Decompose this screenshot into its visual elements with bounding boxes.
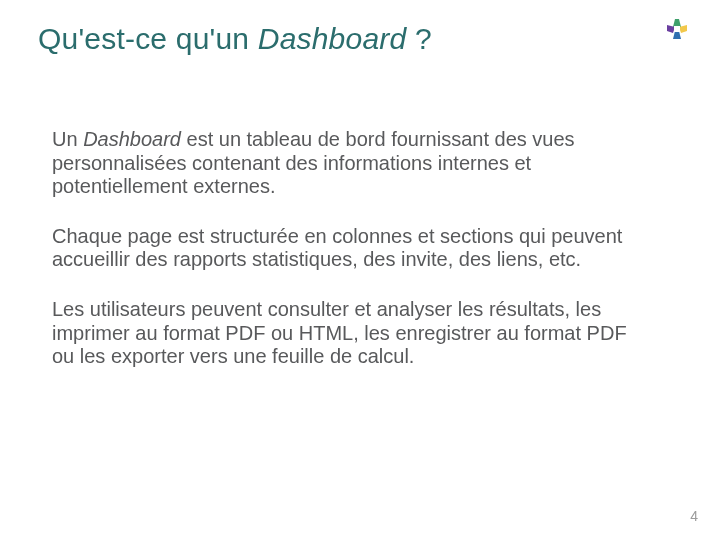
title-text-post: ? [406, 22, 431, 55]
slide-body: Un Dashboard est un tableau de bord four… [52, 128, 652, 395]
p1-pre: Un [52, 128, 83, 150]
svg-marker-2 [673, 31, 681, 39]
paragraph-2: Chaque page est structurée en colonnes e… [52, 225, 652, 272]
slide: Qu'est-ce qu'un Dashboard ? Un Dashboard… [0, 0, 720, 540]
slide-title: Qu'est-ce qu'un Dashboard ? [38, 22, 432, 56]
title-text-pre: Qu'est-ce qu'un [38, 22, 258, 55]
paragraph-1: Un Dashboard est un tableau de bord four… [52, 128, 652, 199]
brand-logo-icon [662, 14, 692, 44]
p1-em: Dashboard [83, 128, 181, 150]
paragraph-3: Les utilisateurs peuvent consulter et an… [52, 298, 652, 369]
title-text-em: Dashboard [258, 22, 407, 55]
svg-marker-0 [673, 19, 681, 27]
svg-rect-4 [674, 26, 680, 32]
page-number: 4 [690, 508, 698, 524]
